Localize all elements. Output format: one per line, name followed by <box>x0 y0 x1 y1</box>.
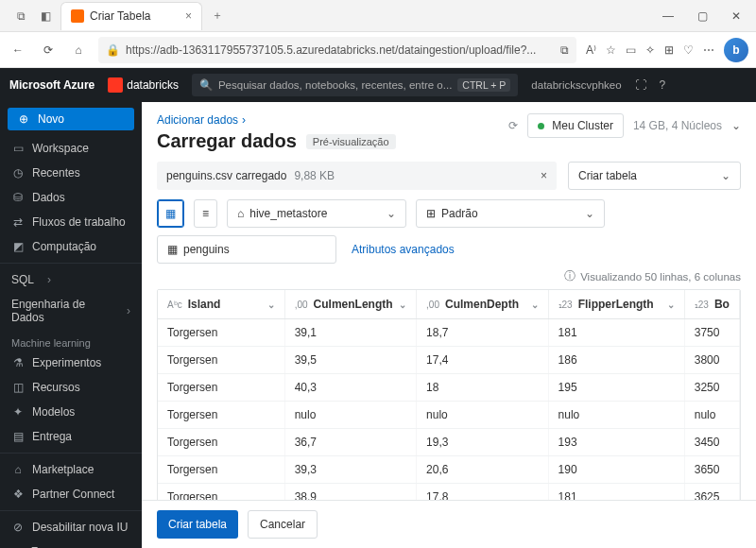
table-row[interactable]: Torgersennulonulonulonulo <box>158 402 740 429</box>
col-flipper-length[interactable]: ₁23FlipperLength⌄ <box>549 290 685 318</box>
col-body[interactable]: ₁23Bo <box>685 290 740 318</box>
table-cell: 39,1 <box>285 319 417 346</box>
cancel-button[interactable]: Cancelar <box>248 510 318 539</box>
table-icon: ▦ <box>165 207 176 220</box>
copy-url-icon[interactable]: ⧉ <box>560 43 569 57</box>
main-content: Adicionar dados› Carregar dados Pré-visu… <box>142 102 756 548</box>
schema-selector[interactable]: ⊞ Padrão ⌄ <box>416 199 605 228</box>
clock-icon: ◷ <box>11 166 25 180</box>
table-cell: nulo <box>417 402 548 428</box>
bing-chat-icon[interactable]: b <box>724 38 748 62</box>
sidebar-item-computacao[interactable]: ◩Computação <box>0 234 142 259</box>
toggle-icon: ⊘ <box>11 521 25 534</box>
table-cell: Torgersen <box>158 429 285 455</box>
plus-icon: ⊕ <box>17 112 30 126</box>
table-cell: Torgersen <box>158 484 285 500</box>
sidebar-header-ml: Machine learning <box>0 330 142 351</box>
view-table-button[interactable]: ▦ <box>157 199 184 228</box>
chevron-down-icon[interactable]: ⌄ <box>731 119 741 132</box>
collections-icon[interactable]: ▭ <box>626 43 636 57</box>
browser-titlebar: ⧉ ◧ Criar Tabela × ＋ — ▢ ✕ <box>0 0 756 32</box>
col-culmen-depth[interactable]: ,00CulmenDepth⌄ <box>417 290 548 318</box>
compute-icon: ◩ <box>11 240 25 253</box>
sidebar-section-eng-dados[interactable]: Engenharia de Dados› <box>0 292 142 330</box>
table-cell: 3625 <box>685 484 740 500</box>
minimize-icon[interactable]: — <box>660 9 677 23</box>
read-aloud-icon[interactable]: A⁾ <box>586 43 596 57</box>
sidebar-item-feedback[interactable]: ✎Fornecer comentários <box>0 539 142 548</box>
col-island[interactable]: AᵇcIsland⌄ <box>158 290 285 318</box>
table-cell: Torgersen <box>158 374 285 401</box>
sidebar-item-disable-ui[interactable]: ⊘Desabilitar nova IU <box>0 515 142 539</box>
file-size: 9,88 KB <box>294 169 335 182</box>
table-cell: nulo <box>549 402 685 428</box>
tab-favicon <box>71 9 84 23</box>
table-cell: 17,8 <box>417 484 548 500</box>
table-row[interactable]: Torgersen39,517,41863800 <box>158 347 740 374</box>
sidebar-item-marketplace[interactable]: ⌂Marketplace <box>0 457 142 482</box>
sidebar-toggle-icon[interactable]: ◧ <box>36 7 55 26</box>
global-search[interactable]: 🔍 Pesquisar dados, notebooks, recentes, … <box>192 74 518 96</box>
sidebar-item-dados[interactable]: ⛁Dados <box>0 185 142 210</box>
catalog-selector[interactable]: ⌂ hive_metastore ⌄ <box>227 199 406 228</box>
table-row[interactable]: Torgersen38,917,81813625 <box>158 484 740 500</box>
brand-azure: Microsoft Azure <box>9 78 94 92</box>
close-window-icon[interactable]: ✕ <box>728 9 745 23</box>
table-cell: 40,3 <box>285 374 417 401</box>
sidebar-new-button[interactable]: ⊕ Novo <box>8 108 134 130</box>
sidebar-item-modelos[interactable]: ✦Modelos <box>0 400 142 424</box>
remove-file-icon[interactable]: × <box>541 169 547 182</box>
table-cell: 3800 <box>685 347 740 373</box>
table-row[interactable]: Torgersen39,320,61903650 <box>158 456 740 484</box>
chevron-down-icon: ⌄ <box>387 207 396 220</box>
table-row[interactable]: Torgersen40,3181953250 <box>158 374 740 402</box>
sidebar-item-recentes[interactable]: ◷Recentes <box>0 161 142 185</box>
create-table-button[interactable]: Criar tabela <box>157 510 238 539</box>
table-row[interactable]: Torgersen39,118,71813750 <box>158 319 740 347</box>
gift-icon[interactable]: ⛶ <box>635 78 646 92</box>
table-row[interactable]: Torgersen36,719,31933450 <box>158 429 740 456</box>
brand-databricks: databricks <box>108 77 179 93</box>
sidebar-item-experimentos[interactable]: ⚗Experimentos <box>0 351 142 375</box>
workspace-name[interactable]: databrickscvphkeo <box>531 79 621 91</box>
create-table-dropdown[interactable]: Criar tabela ⌄ <box>568 162 741 190</box>
store-icon: ⌂ <box>11 463 25 476</box>
maximize-icon[interactable]: ▢ <box>694 9 711 23</box>
view-list-button[interactable]: ≡ <box>194 199 217 228</box>
preview-info: ⓘ Visualizando 50 linhas, 6 colunas <box>157 269 741 283</box>
table-cell: 19,3 <box>417 429 548 455</box>
table-cell: Torgersen <box>158 347 285 373</box>
help-icon[interactable]: ? <box>660 78 666 92</box>
breadcrumb[interactable]: Adicionar dados› <box>157 113 246 127</box>
favorite-icon[interactable]: ☆ <box>606 43 616 57</box>
uploaded-file-pill: penguins.csv carregado 9,88 KB × <box>157 162 557 190</box>
browser-toolbar: ← ⟳ ⌂ 🔒 https://adb-1363117955737105.5.a… <box>0 32 756 68</box>
chevron-down-icon: ⌄ <box>721 169 730 182</box>
cube-icon: ◫ <box>11 381 25 394</box>
cluster-selector[interactable]: Meu Cluster <box>527 113 624 138</box>
sidebar-item-entrega[interactable]: ▤Entrega <box>0 424 142 449</box>
advanced-attributes-link[interactable]: Atributos avançados <box>352 243 455 256</box>
model-icon: ✦ <box>11 405 25 419</box>
workspaces-icon[interactable]: ⧉ <box>11 7 30 26</box>
col-culmen-length[interactable]: ,00CulmenLength⌄ <box>285 290 417 318</box>
address-bar[interactable]: 🔒 https://adb-1363117955737105.5.azureda… <box>98 37 576 63</box>
close-tab-icon[interactable]: × <box>185 9 192 23</box>
table-cell: 195 <box>549 374 685 401</box>
sidebar-item-recursos[interactable]: ◫Recursos <box>0 375 142 400</box>
more-icon[interactable]: ⋯ <box>703 43 714 57</box>
new-tab-icon[interactable]: ＋ <box>208 7 227 26</box>
back-icon[interactable]: ← <box>8 40 28 60</box>
sidebar-item-fluxos[interactable]: ⇄Fluxos de trabalho <box>0 210 142 234</box>
refresh-icon[interactable]: ⟳ <box>38 40 59 60</box>
sidebar-item-workspace[interactable]: ▭Workspace <box>0 136 142 161</box>
serve-icon: ▤ <box>11 430 25 443</box>
table-name-input[interactable]: ▦ penguins <box>157 235 336 264</box>
browser-tab[interactable]: Criar Tabela × <box>60 2 202 30</box>
favorites-bar-icon[interactable]: ✧ <box>645 43 655 57</box>
home-icon[interactable]: ⌂ <box>68 40 89 60</box>
sidebar-item-partner[interactable]: ❖Partner Connect <box>0 482 142 506</box>
extensions-icon[interactable]: ⊞ <box>664 43 674 57</box>
sidebar-section-sql[interactable]: SQL› <box>0 267 142 292</box>
health-icon[interactable]: ♡ <box>683 43 694 57</box>
